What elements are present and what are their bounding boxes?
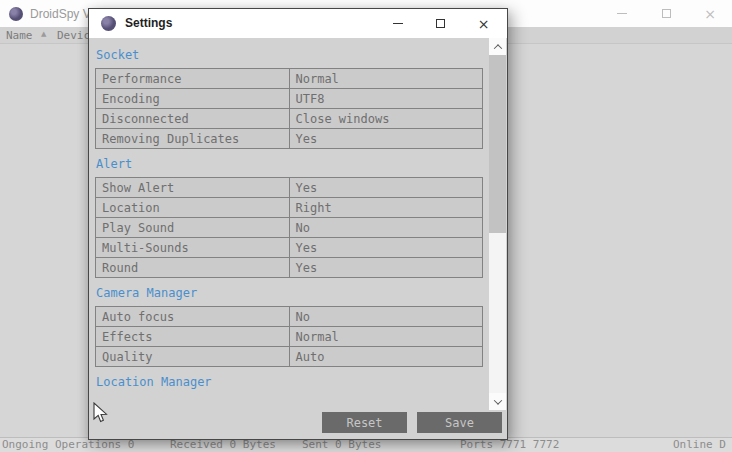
setting-key: Effects xyxy=(96,327,290,347)
settings-titlebar[interactable]: Settings × xyxy=(89,9,507,38)
maximize-icon xyxy=(436,19,445,28)
status-sent-bytes: Sent 0 Bytes xyxy=(302,438,381,452)
settings-row[interactable]: DisconnectedClose windows xyxy=(96,109,483,129)
setting-key: Performance xyxy=(96,69,290,89)
minimize-button[interactable] xyxy=(600,0,644,27)
status-received-bytes: Received 0 Bytes xyxy=(170,438,276,452)
scrollbar-thumb[interactable] xyxy=(489,55,506,233)
setting-key: Disconnected xyxy=(96,109,290,129)
settings-row[interactable]: PerformanceNormal xyxy=(96,69,483,89)
mouse-cursor-icon xyxy=(93,402,109,424)
settings-row[interactable]: Auto focusNo xyxy=(96,307,483,327)
setting-value[interactable]: Normal xyxy=(289,327,483,347)
settings-app-icon xyxy=(101,16,116,31)
setting-value[interactable]: Yes xyxy=(289,238,483,258)
dialog-footer: Reset Save xyxy=(89,410,507,439)
minimize-icon xyxy=(393,23,403,24)
setting-value[interactable]: UTF8 xyxy=(289,89,483,109)
settings-window-controls: × xyxy=(376,9,505,38)
status-ports: Ports 7771 7772 xyxy=(460,438,559,452)
setting-value[interactable]: Close windows xyxy=(289,109,483,129)
close-icon: × xyxy=(704,7,716,21)
settings-row[interactable]: EncodingUTF8 xyxy=(96,89,483,109)
setting-value[interactable]: Yes xyxy=(289,258,483,278)
settings-row[interactable]: Play SoundNo xyxy=(96,218,483,238)
settings-row[interactable]: LocationRight xyxy=(96,198,483,218)
settings-table: Auto focusNoEffectsNormalQualityAuto xyxy=(95,306,483,367)
settings-minimize-button[interactable] xyxy=(376,9,419,38)
settings-close-button[interactable]: × xyxy=(462,9,505,38)
status-ongoing-operations: Ongoing Operations 0 xyxy=(2,438,134,452)
setting-value[interactable]: Yes xyxy=(289,129,483,149)
setting-value[interactable]: Yes xyxy=(289,178,483,198)
maximize-button[interactable] xyxy=(644,0,688,27)
setting-value[interactable]: Auto xyxy=(289,347,483,367)
scrollbar-up-button[interactable] xyxy=(489,38,506,55)
setting-value[interactable]: No xyxy=(289,218,483,238)
droidspy-window-controls: × xyxy=(600,0,732,27)
settings-row[interactable]: EffectsNormal xyxy=(96,327,483,347)
setting-key: Quality xyxy=(96,347,290,367)
section-header-camera-manager[interactable]: Camera Manager xyxy=(96,283,483,303)
chevron-up-icon xyxy=(493,44,501,52)
reset-button[interactable]: Reset xyxy=(322,412,407,433)
setting-key: Multi-Sounds xyxy=(96,238,290,258)
setting-value[interactable]: No xyxy=(289,307,483,327)
screen: DroidSpy V2 × Name ▲ Device Ongoing Oper… xyxy=(0,0,732,452)
settings-row[interactable]: RoundYes xyxy=(96,258,483,278)
setting-key: Removing Duplicates xyxy=(96,129,290,149)
setting-value[interactable]: Right xyxy=(289,198,483,218)
settings-row[interactable]: QualityAuto xyxy=(96,347,483,367)
scrollbar-down-button[interactable] xyxy=(489,393,506,410)
settings-row[interactable]: Removing DuplicatesYes xyxy=(96,129,483,149)
settings-scrollbar[interactable] xyxy=(489,38,506,410)
setting-key: Round xyxy=(96,258,290,278)
droidspy-app-icon xyxy=(9,7,23,21)
settings-table: PerformanceNormalEncodingUTF8Disconnecte… xyxy=(95,68,483,149)
setting-key: Auto focus xyxy=(96,307,290,327)
settings-dialog-title: Settings xyxy=(125,16,172,30)
settings-table: Show AlertYesLocationRightPlay SoundNoMu… xyxy=(95,177,483,278)
settings-row[interactable]: Multi-SoundsYes xyxy=(96,238,483,258)
settings-maximize-button[interactable] xyxy=(419,9,462,38)
save-button[interactable]: Save xyxy=(417,412,502,433)
chevron-down-icon xyxy=(493,396,501,404)
section-header-location-manager[interactable]: Location Manager xyxy=(96,372,483,392)
dialog-sections: SocketPerformanceNormalEncodingUTF8Disco… xyxy=(89,38,507,410)
close-icon: × xyxy=(478,17,490,31)
maximize-icon xyxy=(662,9,671,18)
setting-key: Show Alert xyxy=(96,178,290,198)
minimize-icon xyxy=(617,13,627,14)
close-button[interactable]: × xyxy=(688,0,732,27)
sort-ascending-icon: ▲ xyxy=(41,30,46,38)
settings-row[interactable]: Show AlertYes xyxy=(96,178,483,198)
status-online: Online D xyxy=(673,438,726,452)
settings-dialog: Settings × SocketPerformanceNormalEncodi… xyxy=(88,8,508,440)
section-header-alert[interactable]: Alert xyxy=(96,154,483,174)
setting-key: Location xyxy=(96,198,290,218)
column-header-name[interactable]: Name xyxy=(6,29,33,42)
section-header-socket[interactable]: Socket xyxy=(96,45,483,65)
setting-key: Play Sound xyxy=(96,218,290,238)
setting-value[interactable]: Normal xyxy=(289,69,483,89)
setting-key: Encoding xyxy=(96,89,290,109)
